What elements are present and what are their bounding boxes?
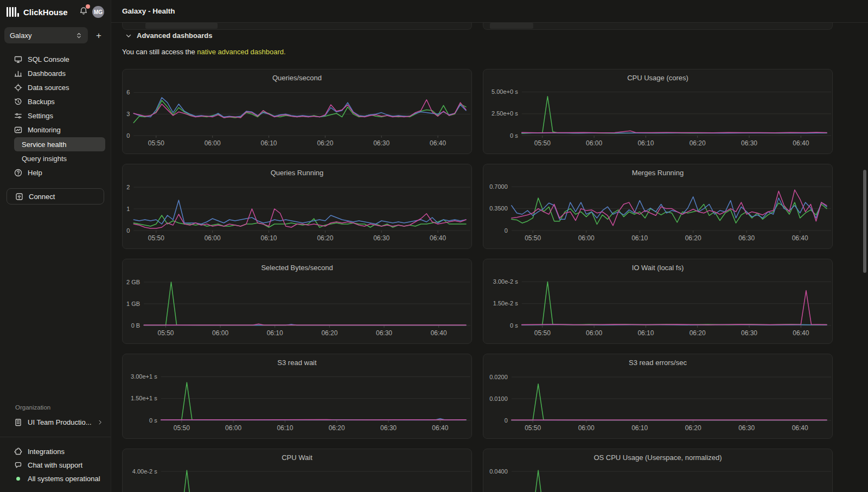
chevron-down-icon — [125, 33, 132, 39]
svg-text:06:40: 06:40 — [792, 234, 808, 242]
svg-text:0 s: 0 s — [149, 417, 157, 424]
sidebar-item-monitoring[interactable]: Monitoring — [0, 123, 111, 137]
chart-title: CPU Usage (cores) — [483, 74, 832, 82]
chart-plot[interactable]: 0 s1.50e-2 s3.00e-2 s05:5006:0006:1006:2… — [483, 259, 833, 344]
sidebar: ClickHouse MG Galaxy + SQL Console — [0, 0, 111, 492]
chart-title: Queries Running — [123, 169, 471, 177]
cutoff-card-fragment — [483, 23, 833, 30]
notifications-button[interactable] — [79, 7, 88, 17]
svg-text:6: 6 — [126, 89, 130, 95]
chart-title: S3 read wait — [123, 359, 471, 367]
backups-icon — [14, 98, 22, 106]
settings-sliders-icon — [14, 112, 22, 120]
svg-text:0: 0 — [126, 227, 130, 234]
svg-text:1 GB: 1 GB — [126, 301, 140, 307]
svg-text:2 GB: 2 GB — [126, 279, 140, 285]
native-advanced-dashboard-link[interactable]: native advanced dashboard. — [197, 48, 285, 56]
svg-text:06:20: 06:20 — [317, 234, 333, 242]
svg-text:06:30: 06:30 — [373, 139, 390, 147]
svg-text:06:30: 06:30 — [376, 329, 392, 337]
organization-switcher[interactable]: UI Team Productio... — [0, 415, 111, 429]
svg-text:4.00e-2 s: 4.00e-2 s — [132, 468, 157, 475]
sql-console-icon — [14, 55, 22, 63]
advanced-dashboards-toggle[interactable]: Advanced dashboards — [122, 31, 212, 40]
chart-title: CPU Wait — [123, 453, 471, 462]
svg-text:06:20: 06:20 — [329, 424, 345, 432]
system-status-item[interactable]: All systems operational — [0, 472, 111, 485]
chart-plot[interactable]: 00.01000.020005:5006:0006:1006:2006:3006… — [483, 354, 833, 439]
svg-text:05:50: 05:50 — [525, 424, 541, 432]
svg-text:0: 0 — [126, 132, 130, 139]
data-sources-icon — [14, 84, 22, 92]
vertical-scrollbar-thumb[interactable] — [863, 170, 866, 273]
organization-section-label: Organization — [0, 404, 111, 415]
sidebar-item-data-sources[interactable]: Data sources — [0, 80, 111, 94]
svg-text:06:00: 06:00 — [212, 329, 228, 337]
chart-title: Selected Bytes/second — [123, 264, 471, 272]
chat-with-support-item[interactable]: Chat with support — [0, 458, 111, 472]
svg-text:3: 3 — [126, 111, 130, 117]
connect-button[interactable]: Connect — [7, 188, 104, 205]
avatar[interactable]: MG — [92, 6, 104, 18]
svg-text:06:00: 06:00 — [205, 234, 221, 242]
dashboards-icon — [14, 69, 22, 78]
svg-text:06:40: 06:40 — [431, 329, 447, 337]
sidebar-item-backups[interactable]: Backups — [0, 94, 111, 108]
notification-dot — [86, 4, 90, 9]
sidebar-item-settings[interactable]: Settings — [0, 108, 111, 123]
chart-plot[interactable]: 03605:5006:0006:1006:2006:3006:40 — [123, 69, 472, 154]
svg-text:06:30: 06:30 — [741, 329, 757, 337]
svg-text:06:00: 06:00 — [578, 424, 595, 432]
svg-text:0.0200: 0.0200 — [489, 374, 508, 380]
sidebar-item-query-insights[interactable]: Query insights — [14, 152, 105, 165]
svg-text:0.3500: 0.3500 — [489, 205, 508, 212]
svg-text:5.00e+0 s: 5.00e+0 s — [492, 88, 518, 95]
sidebar-bottom: Organization UI Team Productio... Integr… — [0, 404, 111, 492]
svg-text:06:30: 06:30 — [741, 139, 757, 147]
sidebar-item-sql-console[interactable]: SQL Console — [0, 52, 111, 66]
clickhouse-logo-icon — [7, 7, 19, 17]
svg-text:0 s: 0 s — [510, 132, 518, 139]
sidebar-item-service-health[interactable]: Service health — [14, 137, 105, 151]
svg-text:06:40: 06:40 — [793, 329, 809, 337]
brand-name: ClickHouse — [23, 8, 79, 17]
svg-text:05:50: 05:50 — [157, 329, 174, 337]
svg-text:0: 0 — [505, 227, 508, 234]
svg-text:06:20: 06:20 — [685, 424, 701, 432]
sidebar-item-help[interactable]: Help — [0, 165, 111, 180]
sidebar-nav: SQL Console Dashboards Data sources Back… — [0, 52, 111, 180]
svg-text:06:10: 06:10 — [637, 139, 654, 147]
content: Advanced dashboards You can still access… — [111, 23, 868, 492]
chart-plot[interactable]: 0 s1.50e+1 s3.00e+1 s05:5006:0006:1006:2… — [123, 354, 472, 439]
help-icon — [14, 169, 22, 177]
svg-text:06:00: 06:00 — [586, 329, 602, 337]
sidebar-item-dashboards[interactable]: Dashboards — [0, 66, 111, 80]
chart-plot[interactable]: 00.35000.700005:5006:0006:1006:2006:3006… — [483, 164, 833, 249]
svg-text:06:20: 06:20 — [317, 139, 333, 147]
chart-title: S3 read errors/sec — [483, 359, 832, 367]
svg-text:1: 1 — [126, 206, 130, 212]
svg-text:06:20: 06:20 — [685, 234, 701, 242]
chart-title: Merges Running — [483, 169, 832, 177]
charts-grid: 03605:5006:0006:1006:2006:3006:40 Querie… — [122, 69, 868, 492]
chart-plot[interactable]: 0 B1 GB2 GB05:5006:0006:1006:2006:3006:4… — [123, 259, 472, 344]
status-dot-icon — [16, 477, 20, 481]
chart-title: IO Wait (local fs) — [483, 264, 832, 272]
svg-text:06:40: 06:40 — [430, 139, 446, 147]
svg-text:06:10: 06:10 — [267, 329, 283, 337]
svg-text:06:10: 06:10 — [631, 234, 648, 242]
advanced-dashboard-notice: You can still access the native advanced… — [122, 48, 868, 56]
svg-text:3.00e+1 s: 3.00e+1 s — [131, 373, 157, 380]
chevron-updown-icon — [75, 32, 82, 39]
chart-plot[interactable]: 0 s2.50e+0 s5.00e+0 s05:5006:0006:1006:2… — [483, 69, 833, 154]
svg-text:3.00e-2 s: 3.00e-2 s — [493, 278, 518, 285]
svg-text:05:50: 05:50 — [148, 234, 164, 242]
svg-text:06:10: 06:10 — [260, 139, 277, 147]
svg-text:0.0100: 0.0100 — [489, 395, 508, 402]
svg-text:06:20: 06:20 — [690, 329, 706, 337]
add-service-button[interactable]: + — [93, 31, 104, 40]
chart-plot[interactable]: 01205:5006:0006:1006:2006:3006:40 — [123, 164, 472, 249]
integrations-item[interactable]: Integrations — [0, 445, 111, 458]
svg-text:06:20: 06:20 — [690, 139, 706, 147]
service-selector[interactable]: Galaxy — [4, 27, 88, 43]
